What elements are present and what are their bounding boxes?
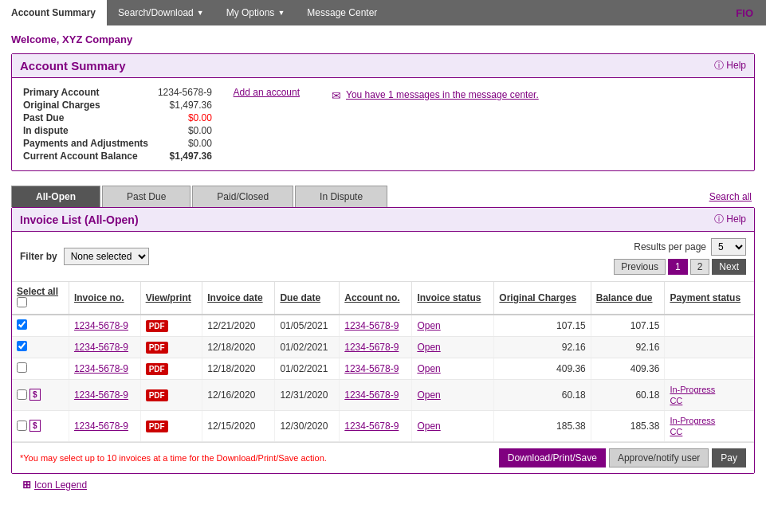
- status-link[interactable]: Open: [417, 389, 440, 401]
- row-checkbox-cell: [12, 315, 69, 337]
- table-row: 1234-5678-9 PDF 12/18/2020 01/02/2021 12…: [12, 358, 754, 380]
- invoice-no-link[interactable]: 1234-5678-9: [74, 320, 128, 331]
- approve-notify-button[interactable]: Approve/notify user: [609, 448, 709, 467]
- past-due-row: Past Due $0.00: [23, 111, 308, 124]
- past-due-label: Past Due: [23, 111, 156, 124]
- row-original-charges: 92.16: [494, 337, 591, 358]
- results-per-page-label: Results per page: [634, 241, 706, 252]
- message-center-area: ✉ You have 1 messages in the message cen…: [332, 86, 539, 162]
- select-all-checkbox[interactable]: [17, 297, 27, 307]
- question-icon: ⓘ: [714, 60, 724, 71]
- message-center-link[interactable]: You have 1 messages in the message cente…: [346, 89, 539, 100]
- pdf-button[interactable]: PDF: [146, 320, 168, 332]
- invoice-no-link[interactable]: 1234-5678-9: [74, 342, 128, 353]
- pdf-button[interactable]: PDF: [146, 389, 168, 401]
- in-progress-cc-link[interactable]: In-ProgressCC: [670, 416, 715, 436]
- row-original-charges: 185.38: [494, 411, 591, 442]
- original-charges-label: Original Charges: [23, 99, 156, 111]
- col-balance-due-label: Balance due: [596, 292, 653, 303]
- account-no-link[interactable]: 1234-5678-9: [344, 363, 399, 374]
- col-account-no-label: Account no.: [344, 292, 399, 303]
- filter-select[interactable]: None selected: [64, 248, 149, 265]
- in-dispute-label: In dispute: [23, 124, 156, 137]
- account-no-link[interactable]: 1234-5678-9: [344, 342, 399, 353]
- next-page-button[interactable]: Next: [712, 259, 746, 275]
- table-row: 1234-5678-9 PDF 12/21/2020 01/05/2021 12…: [12, 315, 754, 337]
- row-checkbox[interactable]: [17, 362, 27, 373]
- status-link[interactable]: Open: [417, 363, 440, 374]
- small-icon-box[interactable]: $: [29, 420, 41, 432]
- row-view-print: PDF: [140, 337, 202, 358]
- add-account-link[interactable]: Add an account: [234, 87, 300, 98]
- row-payment-status: [665, 315, 754, 337]
- invoice-list-title: Invoice List (All-Open): [20, 213, 139, 226]
- invoice-no-link[interactable]: 1234-5678-9: [74, 363, 128, 374]
- col-original-charges-label: Original Charges: [499, 292, 576, 303]
- results-per-page-select[interactable]: 5 10 25: [711, 238, 746, 256]
- col-invoice-status: Invoice status: [412, 282, 494, 315]
- pdf-button[interactable]: PDF: [146, 342, 168, 354]
- results-per-page: Results per page 5 10 25: [634, 238, 746, 256]
- row-checkbox[interactable]: [17, 389, 27, 400]
- small-icon-box[interactable]: $: [29, 389, 41, 401]
- download-print-save-button[interactable]: Download/Print/Save: [499, 448, 606, 467]
- row-checkbox[interactable]: [17, 341, 27, 351]
- tab-paid-closed[interactable]: Paid/Closed: [192, 186, 293, 207]
- status-link[interactable]: Open: [417, 320, 440, 331]
- row-checkbox[interactable]: [17, 319, 27, 330]
- in-progress-cc-link[interactable]: In-ProgressCC: [670, 385, 715, 405]
- previous-page-button[interactable]: Previous: [614, 259, 666, 275]
- col-due-date-label: Due date: [280, 292, 320, 303]
- nav-tab-account-summary[interactable]: Account Summary: [0, 0, 107, 25]
- account-summary-help-link[interactable]: ⓘ Help: [714, 59, 746, 72]
- account-summary-body: Primary Account 1234-5678-9 Add an accou…: [12, 78, 754, 170]
- table-row: $ 1234-5678-9 PDF 12/16/2020 12/31/2020 …: [12, 380, 754, 411]
- current-balance-row: Current Account Balance $1,497.36: [23, 150, 308, 162]
- original-charges-value: $1,497.36: [156, 99, 220, 111]
- row-account-no: 1234-5678-9: [340, 380, 412, 411]
- status-link[interactable]: Open: [417, 421, 440, 432]
- invoice-list-help-link[interactable]: ⓘ Help: [714, 213, 746, 226]
- row-checkbox[interactable]: [17, 421, 27, 431]
- row-due-date: 01/02/2021: [275, 358, 340, 380]
- col-invoice-no-label: Invoice no.: [74, 292, 124, 303]
- nav-tab-search-download[interactable]: Search/Download ▼: [107, 0, 215, 25]
- row-balance-due: 185.38: [591, 411, 665, 442]
- row-payment-status: In-ProgressCC: [665, 380, 754, 411]
- tab-past-due-label: Past Due: [127, 191, 166, 202]
- footer-note: *You may select up to 10 invoices at a t…: [20, 453, 327, 463]
- invoice-no-link[interactable]: 1234-5678-9: [74, 389, 128, 401]
- row-payment-status: [665, 358, 754, 380]
- account-no-link[interactable]: 1234-5678-9: [344, 421, 399, 432]
- pdf-button[interactable]: PDF: [146, 421, 168, 432]
- invoice-list-box: Invoice List (All-Open) ⓘ Help Filter by…: [11, 207, 755, 474]
- row-view-print: PDF: [140, 380, 202, 411]
- primary-account-row: Primary Account 1234-5678-9 Add an accou…: [23, 86, 308, 99]
- page-1-button[interactable]: 1: [668, 259, 688, 275]
- account-no-link[interactable]: 1234-5678-9: [344, 320, 399, 331]
- row-invoice-date: 12/15/2020: [202, 411, 275, 442]
- row-status: Open: [412, 315, 494, 337]
- pdf-button[interactable]: PDF: [146, 363, 168, 375]
- welcome-message: Welcome, XYZ Company: [11, 33, 755, 45]
- invoice-no-link[interactable]: 1234-5678-9: [74, 421, 128, 432]
- nav-fio: FIO: [723, 0, 766, 25]
- account-no-link[interactable]: 1234-5678-9: [344, 389, 399, 401]
- row-due-date: 01/02/2021: [275, 337, 340, 358]
- icon-legend-link[interactable]: Icon Legend: [34, 479, 87, 491]
- tab-in-dispute[interactable]: In Dispute: [295, 186, 387, 207]
- payments-adjustments-label: Payments and Adjustments: [23, 137, 156, 150]
- pay-button[interactable]: Pay: [712, 448, 746, 467]
- nav-tab-message-center[interactable]: Message Center: [296, 0, 388, 25]
- account-summary-title: Account Summary: [20, 59, 126, 72]
- icon-legend-row: ⊞ Icon Legend: [11, 474, 755, 495]
- tab-past-due[interactable]: Past Due: [102, 186, 191, 207]
- tab-all-open[interactable]: All-Open: [11, 186, 100, 207]
- invoice-list-header: Invoice List (All-Open) ⓘ Help: [12, 208, 754, 232]
- page-2-button[interactable]: 2: [690, 259, 710, 275]
- invoice-table: Select all Invoice no. View/print Invoic…: [12, 282, 754, 442]
- search-all-link[interactable]: Search all: [709, 191, 755, 207]
- status-link[interactable]: Open: [417, 342, 440, 353]
- top-navigation: Account Summary Search/Download ▼ My Opt…: [0, 0, 766, 25]
- nav-tab-my-options[interactable]: My Options ▼: [215, 0, 297, 25]
